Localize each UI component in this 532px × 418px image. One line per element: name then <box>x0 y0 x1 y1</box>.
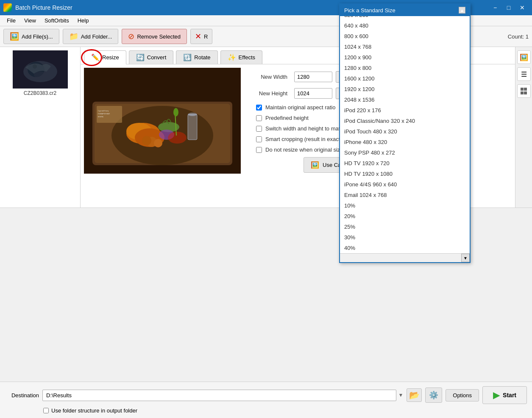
svg-text:ПОВАРЕННАЯ: ПОВАРЕННАЯ <box>98 113 110 115</box>
svg-text:КНИГА: КНИГА <box>98 116 103 118</box>
svg-point-4 <box>34 72 47 78</box>
dropdown-item[interactable]: 1024 x 768 <box>340 42 470 52</box>
destination-label: Destination <box>5 392 39 399</box>
dropdown-item[interactable]: 1280 x 800 <box>340 63 470 73</box>
maximize-button[interactable]: □ <box>502 3 515 13</box>
canvas-icon: 🖼️ <box>311 161 319 169</box>
folder-structure-checkbox[interactable] <box>43 408 49 413</box>
gear-icon: ⚙️ <box>429 390 438 400</box>
menu-help[interactable]: Help <box>74 16 92 25</box>
dropdown-item[interactable]: 1200 x 900 <box>340 52 470 63</box>
aspect-ratio-checkbox[interactable] <box>256 105 262 111</box>
add-folder-button[interactable]: 📁 Add Folder... <box>63 29 119 44</box>
dropdown-item[interactable]: 30% <box>340 232 470 243</box>
preview-image: Сделай Книгу ПОВАРЕННАЯ КНИГА <box>84 68 241 174</box>
file-name: CZ2B0383.cr2 <box>24 90 56 96</box>
add-files-button[interactable]: 🖼️ Add File(s)... <box>3 29 59 44</box>
start-button[interactable]: ▶ Start <box>482 386 527 404</box>
destination-row: Destination ▼ 📂 ⚙️ Options ▶ Start <box>5 386 527 404</box>
clear-button[interactable]: ✕ R <box>190 29 212 44</box>
grid-view-button[interactable] <box>517 84 531 98</box>
dropdown-item[interactable]: iPod Classic/Nano 320 x 240 <box>340 116 470 126</box>
clear-icon: ✕ <box>195 32 201 41</box>
count-label: Count: 1 <box>508 33 529 40</box>
dropdown-item[interactable]: 320 x 200 <box>340 16 470 20</box>
dropdown-item[interactable]: Email 1024 x 768 <box>340 190 470 200</box>
dropdown-title: Pick a Standard Size <box>344 7 396 14</box>
dropdown-item[interactable]: 800 x 600 <box>340 31 470 42</box>
height-label: New Height <box>253 90 291 97</box>
dropdown-item[interactable]: iPod 220 x 176 <box>340 105 470 116</box>
image-view-button[interactable]: 🖼️ <box>517 50 531 64</box>
minimize-button[interactable]: − <box>489 3 501 13</box>
width-input[interactable] <box>294 72 332 82</box>
dropdown-item[interactable]: iPhone 480 x 320 <box>340 137 470 147</box>
file-thumbnail <box>13 50 68 89</box>
close-button[interactable]: ✕ <box>516 3 529 13</box>
dropdown-item[interactable]: 10% <box>340 200 470 211</box>
image-preview: Сделай Книгу ПОВАРЕННАЯ КНИГА <box>81 64 246 208</box>
add-files-icon: 🖼️ <box>10 32 19 41</box>
scroll-up-button[interactable]: ▲ <box>459 7 465 14</box>
dropdown-item[interactable]: HD TV 1920 x 1080 <box>340 169 470 179</box>
svg-point-15 <box>142 136 151 145</box>
file-thumb[interactable]: CZ2B0383.cr2 <box>3 50 77 96</box>
title-bar-left: Batch Picture Resizer <box>3 3 72 12</box>
smart-crop-checkbox[interactable] <box>256 136 262 142</box>
predefined-height-label[interactable]: Predefined height <box>265 115 309 121</box>
tab-effects-label: Effects <box>239 54 256 61</box>
dropdown-item[interactable]: 1600 x 1200 <box>340 73 470 84</box>
remove-selected-button[interactable]: ⊘ Remove Selected <box>122 29 187 44</box>
dropdown-header: Pick a Standard Size ▲ <box>340 4 470 16</box>
menu-softorbits[interactable]: SoftOrbits <box>41 16 72 25</box>
svg-rect-16 <box>188 114 197 140</box>
height-input[interactable] <box>294 88 332 99</box>
dropdown-list[interactable]: [Screen Size] - 1920x1080Keep original s… <box>340 16 470 253</box>
list-view-button[interactable]: ☰ <box>517 67 531 81</box>
menu-file[interactable]: File <box>3 16 19 25</box>
scroll-down-button[interactable]: ▼ <box>461 254 470 262</box>
dropdown-item[interactable]: Sony PSP 480 x 272 <box>340 147 470 158</box>
options-gear-icon[interactable]: ⚙️ <box>425 388 442 403</box>
tab-rotate[interactable]: 🔃 Rotate <box>176 50 217 64</box>
tab-convert[interactable]: 🔄 Convert <box>129 50 174 64</box>
clear-label: R <box>204 33 208 40</box>
folder-checkbox-row: Use folder structure in output folder <box>43 407 527 414</box>
svg-point-14 <box>154 139 162 147</box>
dropdown-item[interactable]: HD TV 1920 x 720 <box>340 158 470 169</box>
title-bar-controls: − □ ✕ <box>489 3 529 13</box>
dropdown-item[interactable]: 25% <box>340 221 470 232</box>
dropdown-item[interactable]: 640 x 480 <box>340 20 470 31</box>
svg-point-19 <box>168 132 187 144</box>
start-label: Start <box>503 392 516 399</box>
destination-input[interactable] <box>42 390 396 401</box>
dropdown-item[interactable]: iPone 4/4S 960 x 640 <box>340 179 470 190</box>
add-files-label: Add File(s)... <box>22 33 53 40</box>
aspect-ratio-label[interactable]: Maintain original aspect ratio <box>265 104 335 111</box>
standard-size-dropdown[interactable]: Pick a Standard Size ▲ [Screen Size] - 1… <box>339 3 471 263</box>
app-icon <box>3 3 12 12</box>
browse-button[interactable]: 📂 <box>407 388 422 402</box>
effects-icon: ✨ <box>228 53 236 61</box>
bottom-bar: Destination ▼ 📂 ⚙️ Options ▶ Start Use f… <box>0 382 532 418</box>
options-button[interactable]: Options <box>446 389 479 401</box>
folder-structure-label[interactable]: Use folder structure in output folder <box>51 407 137 414</box>
predefined-height-checkbox[interactable] <box>256 115 262 121</box>
rotate-icon: 🔃 <box>183 53 192 61</box>
dropdown-item[interactable]: 1920 x 1200 <box>340 84 470 94</box>
file-list-panel: CZ2B0383.cr2 <box>0 47 81 208</box>
dropdown-item[interactable]: 40% <box>340 243 470 253</box>
remove-selected-icon: ⊘ <box>128 32 134 41</box>
no-resize-checkbox[interactable] <box>256 147 262 153</box>
tab-resize-label: Resize <box>102 54 119 61</box>
switch-sides-checkbox[interactable] <box>256 126 262 132</box>
add-folder-label: Add Folder... <box>81 33 112 40</box>
tab-effects[interactable]: ✨ Effects <box>220 50 263 64</box>
dropdown-item[interactable]: 2048 x 1536 <box>340 94 470 105</box>
dropdown-item[interactable]: iPod Touch 480 x 320 <box>340 126 470 137</box>
dropdown-item[interactable]: 20% <box>340 211 470 221</box>
svg-point-20 <box>173 108 178 116</box>
tab-rotate-label: Rotate <box>194 54 210 61</box>
menu-view[interactable]: View <box>21 16 39 25</box>
tab-resize[interactable]: ✏️ Resize <box>84 50 126 64</box>
